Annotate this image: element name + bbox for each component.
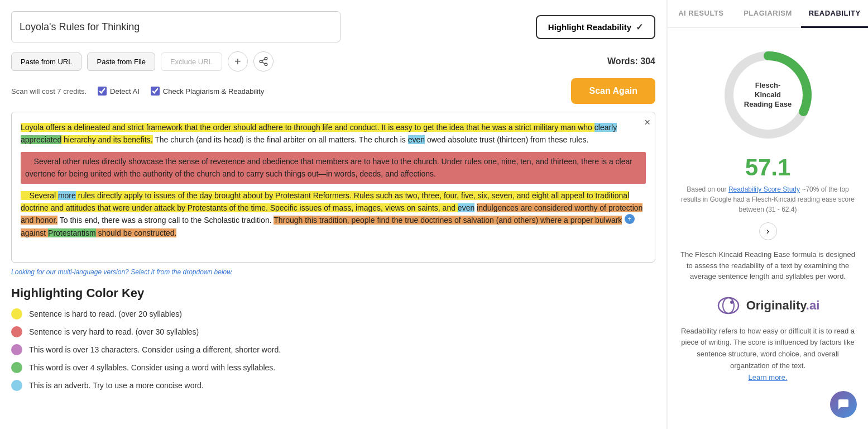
color-key-text-1: Sentence is hard to read. (over 20 sylla… [29,309,182,318]
readability-study-link[interactable]: Readability Score Study [728,185,800,193]
originality-logo [716,293,741,318]
hard-read-sentence: Loyola offers a delineated and strict fr… [21,123,594,132]
text-content[interactable]: Loyola offers a delineated and strict fr… [12,112,655,262]
donut-chart: Flesch-KincaidReading Ease [718,45,818,145]
reformers-para: Several more rules directly apply to iss… [21,189,646,240]
share-button[interactable] [253,51,274,72]
adverb-even2: even [458,203,474,212]
color-key-title: Highlighting Color Key [11,286,655,301]
detect-ai-label: Detect AI [110,87,140,96]
highlight-btn-label: Highlight Readability [548,22,631,32]
adverb-even: even [408,135,425,144]
learn-more-link[interactable]: Learn more. [748,373,787,382]
hard-read-sent-cont: hierarchy and its benefits. [61,135,152,144]
plagiarism-checkbox[interactable] [151,87,160,96]
readability-score: 57.1 [679,154,857,181]
right-sidebar: AI RESULTS PLAGIARISM READABILITY Flesch… [667,0,868,429]
list-item: Sentence is very hard to read. (over 30 … [11,326,655,337]
color-key-text-4: This word is over 4 syllables. Consider … [29,363,275,372]
list-item: This word is over 13 characters. Conside… [11,344,655,355]
list-item: This is an adverb. Try to use a more con… [11,380,655,391]
list-item: This word is over 4 syllables. Consider … [11,362,655,373]
multi-lang-note[interactable]: Looking for our multi-language version? … [11,268,655,276]
list-item: Sentence is hard to read. (over 20 sylla… [11,308,655,320]
text-area-wrapper: × Loyola offers a delineated and strict … [11,112,655,263]
plagiarism-label: Check Plagiarism & Readability [163,87,264,96]
paste-from-url-button[interactable]: Paste from URL [11,53,81,71]
green-dot [11,362,22,373]
svg-point-7 [718,298,738,313]
donut-center-text: Flesch-KincaidReading Ease [743,81,793,109]
close-button[interactable]: × [644,117,650,128]
svg-line-3 [262,62,265,64]
formula-desc: The Flesch-Kincaid Reading Ease formula … [679,249,857,282]
add-button[interactable]: + [228,51,248,72]
svg-line-4 [262,59,265,61]
chat-icon [837,398,850,411]
scan-again-button[interactable]: Scan Again [571,78,655,104]
hard-sent-reformers: Several [21,191,58,200]
plus-indicator[interactable]: + [625,214,635,224]
tab-readability[interactable]: READABILITY [801,0,868,28]
color-key-text-3: This word is over 13 characters. Conside… [29,345,281,354]
svg-point-9 [730,301,733,304]
share-icon [258,56,268,66]
very-hard-para: Several other rules directly showcase th… [21,152,646,184]
chevron-right-button[interactable]: › [759,222,777,240]
color-key-list: Sentence is hard to read. (over 20 sylla… [11,308,655,391]
detect-ai-group: Detect AI [98,87,140,96]
tabs-row: AI RESULTS PLAGIARISM READABILITY [668,0,868,28]
highlight-readability-button[interactable]: Highlight Readability ✓ [536,15,655,39]
plagiarism-group: Check Plagiarism & Readability [151,87,264,96]
word-count: Words: 304 [607,56,655,66]
svg-point-8 [723,298,734,313]
color-key-text-5: This is an adverb. Try to use a more con… [29,381,204,390]
tab-ai-results[interactable]: AI RESULTS [668,0,735,27]
exclude-url-button[interactable]: Exclude URL [161,53,222,71]
chat-bubble[interactable] [830,391,857,418]
score-basis: Based on our Readability Score Study ~70… [679,184,857,214]
green-word-protestantism: Protestantism [48,228,96,237]
paste-from-file-button[interactable]: Paste from File [87,53,155,71]
cost-text: Scan will cost 7 credits. [11,87,87,96]
blue-dot [11,380,22,391]
tab-plagiarism[interactable]: PLAGIARISM [735,0,802,27]
adverb-word: clearly [594,123,617,132]
brand-name: Originality.ai [746,298,820,313]
syllable-word: appreciated [21,135,61,144]
brand-row: Originality.ai [679,293,857,318]
checkmark-icon: ✓ [636,22,643,32]
title-input[interactable] [11,11,341,42]
readability-panel: Flesch-KincaidReading Ease 57.1 Based on… [668,28,868,429]
orange-sent3: should be constructed. [96,228,177,237]
purple-dot [11,344,22,355]
red-dot [11,326,22,337]
color-key-text-2: Sentence is very hard to read. (over 30 … [29,327,199,336]
adverb-more: more [58,191,76,200]
detect-ai-checkbox[interactable] [98,87,107,96]
yellow-dot [11,308,22,320]
readability-description: Readability refers to how easy or diffic… [679,326,857,384]
